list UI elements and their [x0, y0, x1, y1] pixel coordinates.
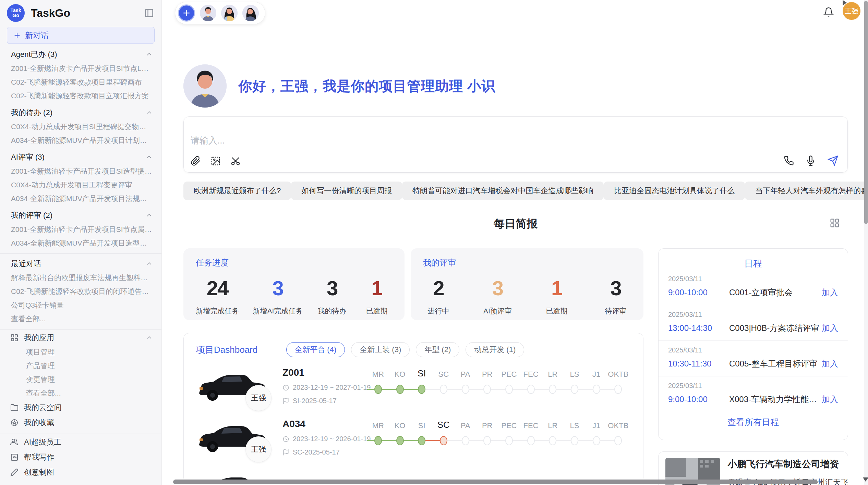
milestone: SI [411, 367, 433, 396]
sidebar-task-item[interactable]: Z001-全新燃油皮卡产品开发项目SI节点Lesson Learn报告 [0, 62, 161, 75]
chevron-up-icon[interactable] [146, 334, 153, 341]
member-avatar-3[interactable] [242, 5, 259, 21]
app-item[interactable]: 项目管理 [0, 345, 161, 359]
vertical-scrollbar[interactable] [864, 0, 868, 485]
chat-input-card[interactable]: 请输入... [183, 116, 848, 173]
sidebar-task-item[interactable]: C0X4-动力总成开发项目工程变更评审 [0, 178, 161, 192]
my-apps-row[interactable]: 我的应用 [0, 330, 161, 345]
sidebar-task-item[interactable]: A034-全新新能源MUV产品开发项目法规符合性评审 [0, 192, 161, 206]
divider [0, 329, 161, 329]
paperclip-icon[interactable] [191, 156, 201, 166]
filter-tab[interactable]: 年型 (2) [416, 342, 459, 357]
filter-tab[interactable]: 全新平台 (4) [286, 342, 345, 357]
chevron-up-icon[interactable] [146, 260, 153, 267]
horizontal-scrollbar-thumb[interactable] [173, 480, 818, 484]
chevron-up-icon[interactable] [146, 154, 153, 161]
sidebar-task-item[interactable]: Z001-全新燃油轻卡产品开发项目SI节点属性5D文件评审 [0, 223, 161, 236]
event-join-link[interactable]: 加入 [822, 287, 838, 298]
send-icon[interactable] [828, 155, 839, 166]
creative-drawing-row[interactable]: 创意制图 [0, 465, 161, 480]
section-header[interactable]: 我的评审 (2) [0, 208, 161, 223]
milestone-label: PA [455, 367, 477, 382]
chevron-up-icon[interactable] [146, 109, 153, 116]
app-item[interactable]: 查看全部... [0, 386, 161, 400]
member-avatar-1[interactable] [200, 5, 216, 21]
recent-chat-item[interactable]: C02-飞腾新能源轻客改款项目的闭环通告反馈情况 [0, 285, 161, 298]
milestone-label: PEC [498, 419, 520, 434]
chevron-up-icon[interactable] [146, 51, 153, 58]
dashboard-header: 项目Dashboard 全新平台 (4)全新上装 (3)年型 (2)动总开发 (… [184, 333, 643, 357]
suggestion-chip[interactable]: 当下年轻人对汽车外观有怎样的喜好趋势 [745, 182, 868, 200]
view-all-schedule-link[interactable]: 查看所有日程 [659, 416, 848, 428]
milestone-label: PA [455, 419, 477, 434]
project-info: Z001 2023-12-19 ~ 2027-01-19 SI-2025-05-… [282, 367, 371, 405]
section-header[interactable]: AI评审 (3) [0, 150, 161, 164]
event-join-link[interactable]: 加入 [822, 394, 838, 405]
sidebar-task-item[interactable]: C02-飞腾新能源轻客改款项目立项汇报方案 [0, 89, 161, 103]
notification-bell-icon[interactable] [823, 7, 834, 17]
milestone-dot [440, 385, 447, 394]
project-row-z001[interactable]: 王强 Z001 2023-12-19 ~ 2027-01-19 SI-2025-… [194, 365, 634, 416]
scroll-right-arrow-icon[interactable] [843, 0, 847, 5]
new-chat-button[interactable]: 新对话 [7, 27, 155, 44]
help-me-write-row[interactable]: 帮我写作 [0, 450, 161, 465]
event-date: 2025/03/11 [668, 346, 838, 354]
milestone-dot [614, 385, 622, 394]
filter-tab[interactable]: 全新上装 (3) [351, 342, 410, 357]
sidebar: Task Go TaskGo 新对话 Agent已办 (3) Z001-全新燃油… [0, 0, 162, 485]
add-member-button[interactable] [178, 4, 195, 22]
sidebar-task-item[interactable]: A034-全新新能源MUV产品开发项目造型可行性评审 [0, 236, 161, 250]
sidebar-task-item[interactable]: C0X4-动力总成开发项目SI里程碑提交物检查 [0, 120, 161, 134]
suggestion-chip[interactable]: 欧洲新规最近颁布了什么? [183, 182, 291, 200]
milestone-dot [505, 385, 513, 394]
milestone-dot [462, 385, 469, 394]
section-header[interactable]: 最近对话 [0, 257, 161, 271]
suggestion-chip[interactable]: 比亚迪全固态电池计划具体说了什么 [604, 182, 745, 200]
suggestion-chip[interactable]: 特朗普可能对进口汽车增税会对中国车企造成哪些影响 [402, 182, 604, 200]
milestone-label: LS [564, 419, 586, 434]
milestone-label: SC [433, 367, 455, 382]
stat-block: 1 已逾期 [541, 276, 572, 316]
briefing-layout-icon[interactable] [830, 218, 840, 228]
schedule-event: 2025/03/11 13:00-14:30 C003|H0B-方案冻结评审 加… [659, 305, 848, 341]
sidebar-collapse-icon[interactable] [144, 8, 154, 18]
member-avatar-2[interactable] [221, 5, 238, 21]
milestone-dot [396, 385, 404, 394]
event-join-link[interactable]: 加入 [822, 358, 838, 369]
sidebar-task-item[interactable]: C02-飞腾新能源轻客改款项目里程碑画布 [0, 75, 161, 89]
event-join-link[interactable]: 加入 [822, 323, 838, 334]
milestone-label: J1 [586, 367, 607, 382]
section-header[interactable]: 我的待办 (2) [0, 105, 161, 120]
ai-super-staff-row[interactable]: AI超级员工 [0, 435, 161, 450]
horizontal-scrollbar[interactable] [173, 480, 850, 484]
project-code: A034 [282, 419, 371, 430]
my-favorites-row[interactable]: 我的收藏 [0, 415, 161, 430]
stat-value: 2 [423, 276, 454, 300]
app-item[interactable]: 产品管理 [0, 359, 161, 373]
scroll-down-arrow-icon[interactable] [863, 477, 868, 482]
suggestion-chip[interactable]: 如何写一份清晰的项目周报 [291, 182, 402, 200]
event-time: 9:00-10:00 [668, 288, 729, 297]
sidebar-task-item[interactable]: A034-全新新能源MUV产品开发项目计划变更表编写 [0, 134, 161, 147]
plus-icon [13, 32, 21, 39]
phone-icon[interactable] [784, 156, 794, 166]
app-item[interactable]: 变更管理 [0, 373, 161, 386]
my-cloud-row[interactable]: 我的云空间 [0, 400, 161, 415]
recent-chat-item[interactable]: 解释最新出台的欧盟报废车法规再生塑料比例被调至15%... [0, 271, 161, 285]
vertical-scrollbar-thumb[interactable] [864, 1, 868, 224]
stat-label: 已逾期 [361, 306, 392, 316]
microphone-icon[interactable] [806, 156, 816, 166]
image-icon[interactable] [210, 156, 221, 166]
recent-chat-item[interactable]: 公司Q3轻卡销量 [0, 298, 161, 312]
chevron-up-icon[interactable] [146, 212, 153, 219]
scissors-icon[interactable] [230, 156, 241, 166]
project-row-a034[interactable]: 王强 A034 2023-12-19 ~ 2026-01-19 SC-2025-… [194, 416, 634, 468]
section-header[interactable]: Agent已办 (3) [0, 47, 161, 62]
milestone-dot [440, 436, 447, 445]
recent-chat-item[interactable]: 查看全部... [0, 312, 161, 326]
milestone-dot [527, 436, 535, 445]
greeting-text: 你好，王强，我是你的项目管理助理 小识 [238, 77, 495, 96]
stat-label: 我的待办 [317, 306, 348, 316]
sidebar-task-item[interactable]: Z001-全新燃油轻卡产品开发项目SI造型提交物评审 [0, 164, 161, 178]
filter-tab[interactable]: 动总开发 (1) [466, 342, 524, 357]
